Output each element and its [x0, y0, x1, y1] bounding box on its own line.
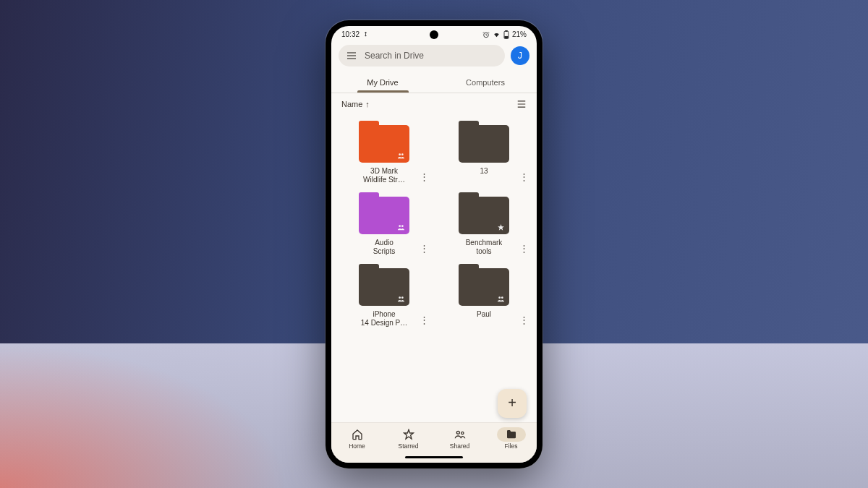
folder-item[interactable]: iPhone14 Design P… ⋮: [334, 260, 434, 331]
folder-item[interactable]: Benchmarktools ⋮: [434, 188, 534, 260]
more-icon[interactable]: ⋮: [519, 247, 528, 251]
account-avatar[interactable]: J: [511, 46, 529, 65]
folder-label: 13: [480, 167, 488, 176]
folder-label: 3D MarkWildlife Str…: [363, 167, 405, 185]
status-time: 10:32: [341, 30, 359, 38]
svg-point-5: [399, 153, 401, 155]
tab-label: My Drive: [367, 78, 398, 87]
shared-icon: [397, 223, 405, 231]
screen: 10:32 21%: [331, 26, 537, 463]
view-toggle-list-icon[interactable]: [516, 99, 527, 109]
plus-icon: +: [508, 395, 516, 411]
tab-computers[interactable]: Computers: [434, 71, 537, 93]
tab-my-drive[interactable]: My Drive: [331, 71, 434, 93]
nav-label: Home: [349, 442, 365, 450]
nav-folder[interactable]: Files: [485, 426, 537, 451]
more-icon[interactable]: ⋮: [420, 176, 428, 179]
hamburger-icon[interactable]: [346, 50, 357, 61]
more-icon[interactable]: ⋮: [519, 176, 528, 179]
folder-icon: [456, 121, 512, 163]
shared-icon: [497, 295, 505, 303]
touch-icon: [362, 31, 369, 38]
folder-icon: [456, 192, 512, 234]
shared-icon: [397, 295, 405, 303]
svg-point-8: [401, 225, 404, 227]
svg-point-7: [399, 225, 401, 227]
sort-row: Name ↑: [331, 93, 537, 112]
nav-home[interactable]: Home: [331, 426, 383, 451]
nav-people[interactable]: Shared: [434, 426, 485, 451]
svg-point-13: [456, 431, 459, 434]
svg-point-11: [498, 296, 501, 299]
svg-point-12: [501, 296, 503, 299]
drive-tabs: My Drive Computers: [331, 71, 537, 93]
folder-item[interactable]: Paul ⋮: [434, 260, 534, 331]
battery-icon: [503, 30, 509, 39]
svg-point-6: [401, 153, 404, 155]
bottom-nav: Home Starred Shared Files: [331, 422, 537, 453]
nav-label: Shared: [450, 442, 469, 450]
folder-item[interactable]: 3D MarkWildlife Str… ⋮: [334, 116, 434, 188]
svg-rect-3: [506, 30, 507, 31]
folder-icon: [356, 264, 412, 306]
search-placeholder: Search in Drive: [365, 51, 424, 61]
sort-button[interactable]: Name ↑: [341, 100, 370, 108]
svg-point-14: [461, 432, 463, 434]
folder-label: Benchmarktools: [466, 239, 503, 257]
sort-label: Name: [341, 100, 362, 108]
folder-icon: [497, 427, 526, 442]
search-input[interactable]: Search in Drive: [339, 45, 505, 67]
folder-icon: [356, 192, 412, 234]
tab-label: Computers: [466, 78, 505, 87]
home-indicator[interactable]: [331, 453, 537, 463]
svg-point-0: [365, 32, 366, 33]
nav-label: Files: [505, 442, 518, 450]
shared-icon: [397, 152, 405, 160]
folder-label: AudioScripts: [373, 239, 396, 257]
folder-icon: [356, 121, 412, 163]
arrow-up-icon: ↑: [365, 100, 370, 108]
people-icon: [446, 427, 475, 442]
more-icon[interactable]: ⋮: [420, 247, 428, 251]
new-fab[interactable]: +: [498, 389, 527, 418]
more-icon[interactable]: ⋮: [519, 319, 528, 322]
wifi-icon: [493, 31, 501, 38]
folder-item[interactable]: AudioScripts ⋮: [334, 188, 434, 260]
star-icon: [497, 223, 505, 231]
folder-item[interactable]: 13 ⋮: [434, 116, 534, 188]
home-icon: [343, 427, 372, 442]
folder-label: iPhone14 Design P…: [361, 310, 407, 328]
nav-label: Starred: [399, 442, 419, 450]
search-row: Search in Drive J: [331, 40, 537, 71]
camera-punch-hole: [430, 30, 438, 39]
status-battery-pct: 21%: [512, 30, 527, 38]
avatar-initial: J: [518, 51, 522, 61]
folder-label: Paul: [477, 310, 491, 320]
folder-grid[interactable]: 3D MarkWildlife Str… ⋮ 13 ⋮ AudioScripts…: [331, 112, 537, 422]
alarm-icon: [482, 31, 490, 38]
svg-point-10: [401, 296, 404, 299]
folder-icon: [456, 264, 512, 306]
star-icon: [394, 427, 423, 442]
svg-point-9: [399, 296, 401, 299]
svg-rect-4: [505, 36, 508, 38]
phone-frame: 10:32 21%: [326, 20, 542, 468]
more-icon[interactable]: ⋮: [420, 319, 428, 322]
nav-star[interactable]: Starred: [383, 426, 434, 451]
